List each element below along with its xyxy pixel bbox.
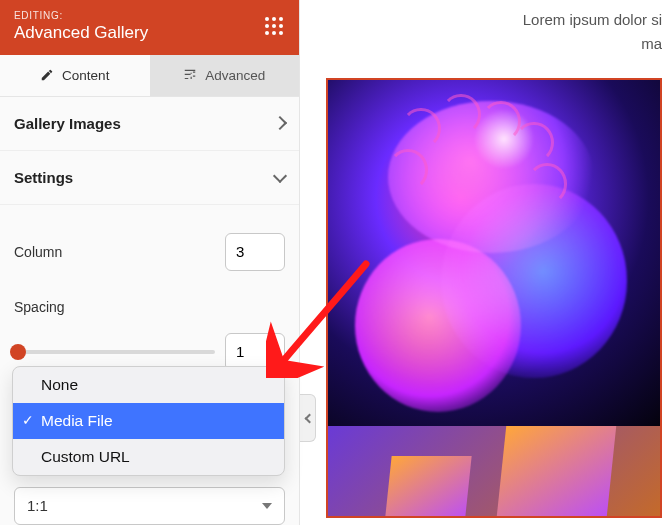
editor-panel: EDITING: Advanced Gallery Content Advanc… xyxy=(0,0,300,525)
lorem-line-2: ma xyxy=(300,32,662,56)
aspect-ratio-value: 1:1 xyxy=(27,497,48,514)
tab-content[interactable]: Content xyxy=(0,55,150,96)
chevron-down-icon xyxy=(273,168,287,182)
spacing-slider-thumb[interactable] xyxy=(10,344,26,360)
spacing-row: Spacing xyxy=(14,299,285,315)
spacing-slider[interactable] xyxy=(14,350,215,354)
link-to-option-none[interactable]: None xyxy=(13,367,284,403)
column-label: Column xyxy=(14,244,62,260)
section-settings-title: Settings xyxy=(14,169,73,186)
section-gallery-images[interactable]: Gallery Images xyxy=(0,97,299,151)
gallery-image-2[interactable] xyxy=(328,426,660,516)
link-to-dropdown: None Media File Custom URL xyxy=(12,366,285,476)
panel-header: EDITING: Advanced Gallery xyxy=(0,0,299,55)
chevron-right-icon xyxy=(273,116,287,130)
tab-content-label: Content xyxy=(62,68,109,83)
preview-canvas: Lorem ipsum dolor si ma xyxy=(300,0,662,525)
header-kicker: EDITING: xyxy=(14,10,265,21)
header-title: Advanced Gallery xyxy=(14,23,265,43)
section-gallery-images-title: Gallery Images xyxy=(14,115,121,132)
collapse-panel-button[interactable] xyxy=(300,394,316,442)
gallery-image-1[interactable] xyxy=(328,80,660,426)
sliders-icon xyxy=(183,68,197,82)
column-input[interactable] xyxy=(225,233,285,271)
lorem-line-1: Lorem ipsum dolor si xyxy=(300,8,662,32)
drag-handle-icon[interactable] xyxy=(265,17,285,37)
caret-down-icon xyxy=(262,503,272,509)
aspect-ratio-select[interactable]: 1:1 xyxy=(14,487,285,525)
link-to-option-custom-url[interactable]: Custom URL xyxy=(13,439,284,475)
tab-advanced-label: Advanced xyxy=(205,68,265,83)
link-to-option-media-file[interactable]: Media File xyxy=(13,403,284,439)
lorem-text: Lorem ipsum dolor si ma xyxy=(300,0,662,78)
chevron-left-icon xyxy=(304,413,314,423)
gallery-block[interactable] xyxy=(326,78,662,518)
tab-bar: Content Advanced xyxy=(0,55,299,97)
pencil-icon xyxy=(40,68,54,82)
spacing-input[interactable] xyxy=(225,333,285,371)
tab-advanced[interactable]: Advanced xyxy=(150,55,300,96)
section-settings[interactable]: Settings xyxy=(0,151,299,205)
spacing-label: Spacing xyxy=(14,299,65,315)
column-row: Column xyxy=(14,233,285,271)
